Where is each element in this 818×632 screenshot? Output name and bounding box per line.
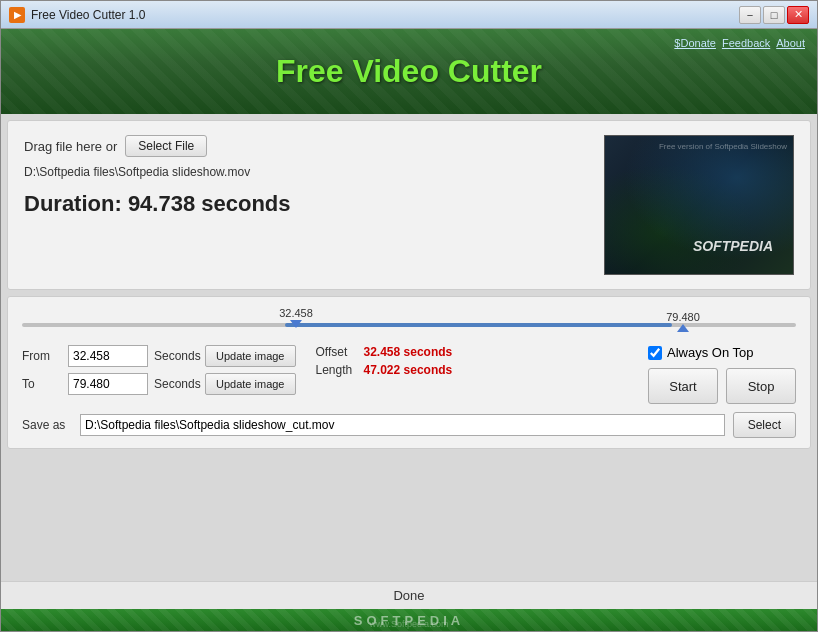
offset-value: 32.458 seconds xyxy=(364,345,453,359)
status-bar: Done xyxy=(1,581,817,609)
feedback-link[interactable]: Feedback xyxy=(722,37,770,49)
to-label: To xyxy=(22,377,62,391)
footer-url: www.Softpedia.com xyxy=(369,619,448,629)
video-thumbnail: Free version of Softpedia Slideshow SOFT… xyxy=(604,135,794,275)
main-window: ▶ Free Video Cutter 1.0 − □ ✕ Free Video… xyxy=(0,0,818,632)
update-image-from-button[interactable]: Update image xyxy=(205,345,296,367)
action-buttons: Start Stop xyxy=(648,368,796,404)
to-input[interactable] xyxy=(68,373,148,395)
title-bar: ▶ Free Video Cutter 1.0 − □ ✕ xyxy=(1,1,817,29)
file-drop-row: Drag file here or Select File xyxy=(24,135,588,157)
file-path: D:\Softpedia files\Softpedia slideshow.m… xyxy=(24,165,588,179)
to-unit: Seconds xyxy=(154,377,199,391)
footer-bar: SOFTPEDIA www.Softpedia.com xyxy=(1,609,817,631)
softpedia-logo-thumbnail: SOFTPEDIA xyxy=(693,238,773,254)
duration-text: Duration: 94.738 seconds xyxy=(24,191,588,217)
always-on-top-row: Always On Top xyxy=(648,345,753,360)
right-marker[interactable]: 79.480 xyxy=(666,311,700,332)
left-marker-label: 32.458 xyxy=(279,307,313,319)
header-links: $Donate Feedback About xyxy=(674,37,805,49)
donate-link[interactable]: $Donate xyxy=(674,37,716,49)
app-title: Free Video Cutter xyxy=(276,53,542,90)
main-content: Drag file here or Select File D:\Softped… xyxy=(1,114,817,581)
right-marker-label: 79.480 xyxy=(666,311,700,323)
always-on-top-label: Always On Top xyxy=(667,345,753,360)
from-unit: Seconds xyxy=(154,349,199,363)
always-on-top-checkbox[interactable] xyxy=(648,346,662,360)
close-button[interactable]: ✕ xyxy=(787,6,809,24)
app-icon: ▶ xyxy=(9,7,25,23)
update-image-to-button[interactable]: Update image xyxy=(205,373,296,395)
file-panel-left: Drag file here or Select File D:\Softped… xyxy=(24,135,588,217)
status-text: Done xyxy=(393,588,424,603)
offset-row: Offset 32.458 seconds xyxy=(316,345,453,359)
save-select-button[interactable]: Select xyxy=(733,412,796,438)
about-link[interactable]: About xyxy=(776,37,805,49)
drag-label: Drag file here or xyxy=(24,139,117,154)
cutter-panel: 32.458 79.480 From Seconds Upda xyxy=(7,296,811,449)
header-banner: Free Video Cutter $Donate Feedback About xyxy=(1,29,817,114)
offset-label: Offset xyxy=(316,345,358,359)
window-controls: − □ ✕ xyxy=(739,6,809,24)
thumbnail-watermark: Free version of Softpedia Slideshow xyxy=(659,142,787,151)
left-marker-triangle xyxy=(290,320,302,328)
controls-row: From Seconds Update image To Seconds Upd… xyxy=(22,345,796,404)
from-label: From xyxy=(22,349,62,363)
slider-range xyxy=(285,323,672,327)
length-value: 47.022 seconds xyxy=(364,363,453,377)
window-title: Free Video Cutter 1.0 xyxy=(31,8,739,22)
start-button[interactable]: Start xyxy=(648,368,718,404)
save-row: Save as Select xyxy=(22,412,796,438)
save-path-input[interactable] xyxy=(80,414,725,436)
left-marker[interactable]: 32.458 xyxy=(279,307,313,328)
stop-button[interactable]: Stop xyxy=(726,368,796,404)
minimize-button[interactable]: − xyxy=(739,6,761,24)
length-label: Length xyxy=(316,363,358,377)
right-marker-triangle xyxy=(677,324,689,332)
from-row: From Seconds Update image xyxy=(22,345,296,367)
from-to-section: From Seconds Update image To Seconds Upd… xyxy=(22,345,296,395)
select-file-button[interactable]: Select File xyxy=(125,135,207,157)
slider-container[interactable]: 32.458 79.480 xyxy=(22,307,796,337)
to-row: To Seconds Update image xyxy=(22,373,296,395)
file-panel: Drag file here or Select File D:\Softped… xyxy=(7,120,811,290)
maximize-button[interactable]: □ xyxy=(763,6,785,24)
save-as-label: Save as xyxy=(22,418,72,432)
from-input[interactable] xyxy=(68,345,148,367)
offset-length-section: Offset 32.458 seconds Length 47.022 seco… xyxy=(306,345,453,377)
always-on-top-section: Always On Top Start Stop xyxy=(648,345,796,404)
length-row: Length 47.022 seconds xyxy=(316,363,453,377)
